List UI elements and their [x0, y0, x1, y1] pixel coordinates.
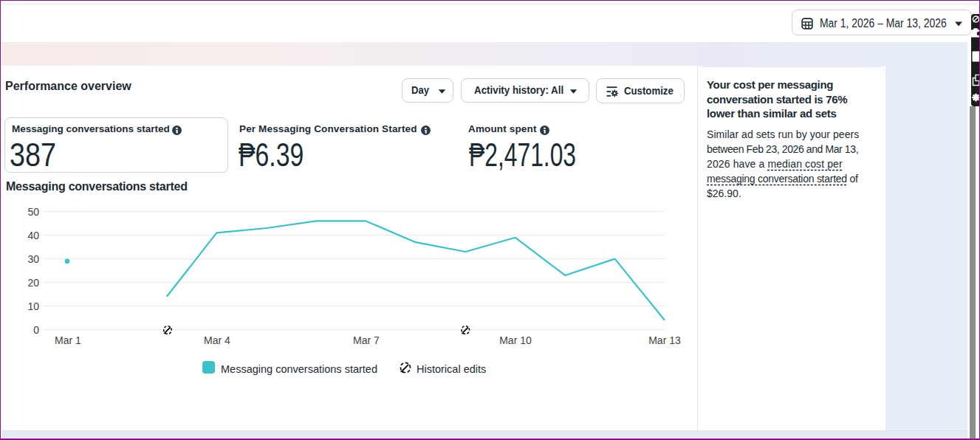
svg-text:Mar 7: Mar 7: [353, 334, 380, 346]
svg-text:0: 0: [33, 324, 39, 336]
svg-text:40: 40: [27, 230, 39, 241]
svg-text:Mar 4: Mar 4: [204, 334, 230, 346]
svg-text:30: 30: [27, 253, 39, 265]
svg-text:50: 50: [27, 206, 39, 218]
svg-text:Mar 1: Mar 1: [55, 334, 81, 346]
svg-text:Mar 13: Mar 13: [648, 334, 681, 346]
svg-text:Mar 10: Mar 10: [499, 334, 532, 346]
svg-text:10: 10: [27, 300, 39, 312]
svg-text:20: 20: [27, 277, 39, 289]
